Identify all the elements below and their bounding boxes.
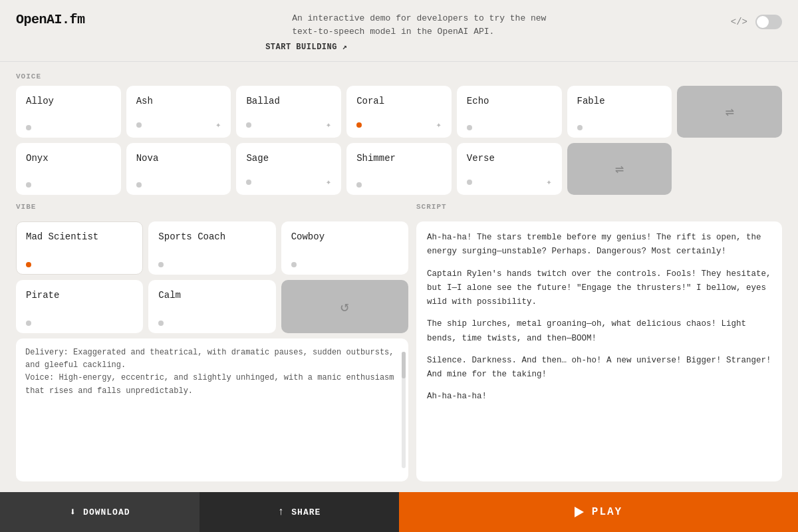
voice-name-onyx: Onyx: [26, 153, 111, 164]
lower-section: VIBE Mad Scientist Sports Coach Cowboy: [16, 203, 782, 481]
vibe-dot-sports: [158, 262, 164, 267]
voice-dot-fable: [577, 125, 583, 130]
vibe-card-bottom-sports: [158, 262, 265, 267]
vibe-dot-calm: [158, 321, 164, 326]
voice-name-nova: Nova: [136, 153, 221, 164]
vibe-card-bottom-calm: [158, 321, 265, 326]
shuffle-icon: ⇌: [726, 103, 734, 121]
voice-name-verse: Verse: [467, 153, 552, 164]
voice-grid: Alloy Ash ✦ Ballad ✦ Coral: [16, 86, 782, 195]
vibe-card-pirate[interactable]: Pirate: [16, 280, 143, 333]
voice-dot-ballad: [246, 122, 251, 128]
voice-dot-onyx: [26, 182, 31, 188]
voice-card-bottom-ash: ✦: [136, 119, 221, 130]
voice-card-bottom-sage: ✦: [246, 176, 331, 188]
download-label: DOWNLOAD: [83, 507, 130, 517]
vibe-name-calm: Calm: [158, 290, 265, 301]
voice-card-bottom-nova: [136, 182, 221, 188]
vibe-name-pirate: Pirate: [26, 290, 133, 301]
script-para-3: The ship lurches, metal groaning—oh, wha…: [427, 317, 771, 346]
vibe-voice: Voice: High-energy, eccentric, and sligh…: [25, 372, 399, 397]
scrollbar-thumb: [402, 352, 406, 378]
vibe-dot-mad: [26, 262, 31, 267]
code-icon[interactable]: </>: [731, 17, 747, 27]
play-button[interactable]: PLAY: [399, 492, 798, 532]
voice-section-label: VOICE: [16, 72, 782, 80]
voice-name-fable: Fable: [577, 96, 662, 106]
vibe-description: Delivery: Exaggerated and theatrical, wi…: [16, 338, 408, 481]
play-label: PLAY: [592, 506, 622, 518]
move-icon-ballad: ✦: [326, 119, 331, 130]
voice-card-bottom-echo: [467, 125, 552, 130]
script-para-5: Ah-ha-ha-ha!: [427, 390, 771, 404]
voice-dot-nova: [136, 182, 142, 188]
voice-card-bottom-shimmer: [356, 182, 442, 188]
vibe-shuffle-card[interactable]: ↺: [281, 280, 408, 333]
voice-name-coral: Coral: [356, 96, 442, 106]
voice-card-bottom-fable: [577, 125, 662, 130]
voice-card-alloy[interactable]: Alloy: [16, 86, 121, 138]
main-content: VOICE Alloy Ash ✦ Ballad ✦: [0, 62, 798, 492]
voice-card-onyx[interactable]: Onyx: [16, 143, 121, 195]
vibe-shuffle-icon: ↺: [340, 298, 349, 316]
vibe-section-label: VIBE: [16, 203, 408, 211]
voice-name-ballad: Ballad: [246, 96, 331, 106]
script-para-4: Silence. Darkness. And then… oh-ho! A ne…: [427, 354, 771, 382]
header-controls: </>: [731, 15, 782, 29]
voice-dot-alloy: [26, 125, 31, 130]
move-icon-coral: ✦: [436, 119, 441, 130]
voice-shuffle-card[interactable]: ⇌: [677, 86, 782, 138]
vibe-card-bottom-mad: [26, 262, 133, 267]
voice-name-ash: Ash: [136, 96, 221, 106]
voice-card-coral[interactable]: Coral ✦: [346, 86, 452, 138]
voice-name-echo: Echo: [467, 96, 552, 106]
voice-dot-coral: [356, 122, 362, 128]
voice-card-ballad[interactable]: Ballad ✦: [236, 86, 341, 138]
voice-card-shimmer[interactable]: Shimmer: [346, 143, 452, 195]
vibe-card-mad-scientist[interactable]: Mad Scientist: [16, 221, 143, 275]
vibe-card-bottom-pirate: [26, 321, 133, 326]
move-icon-ash: ✦: [215, 119, 221, 130]
vibe-dot-cowboy: [291, 262, 297, 267]
voice-card-fable[interactable]: Fable: [567, 86, 672, 138]
header: OpenAI.fm An interactive demo for develo…: [0, 0, 798, 62]
voice-card-nova[interactable]: Nova: [126, 143, 231, 195]
vibe-grid: Mad Scientist Sports Coach Cowboy: [16, 221, 408, 333]
voice-card-echo[interactable]: Echo: [457, 86, 562, 138]
voice-dot-shimmer: [356, 182, 362, 188]
script-section: SCRIPT Ah-ha-ha! The stars tremble befor…: [416, 203, 782, 481]
voice-shuffle-card-2[interactable]: ⇌: [567, 143, 672, 195]
vibe-name-sports-coach: Sports Coach: [158, 231, 265, 242]
voice-card-verse[interactable]: Verse ✦: [457, 143, 562, 195]
vibe-card-sports-coach[interactable]: Sports Coach: [148, 221, 275, 275]
voice-dot-verse: [467, 180, 472, 185]
header-description: An interactive demo for developers to tr…: [292, 12, 571, 38]
toggle-switch[interactable]: [755, 15, 782, 29]
vibe-card-calm[interactable]: Calm: [148, 280, 275, 333]
share-icon: ↑: [278, 506, 285, 518]
bottom-bar: ⬇ DOWNLOAD ↑ SHARE PLAY: [0, 492, 798, 532]
download-icon: ⬇: [69, 505, 76, 519]
vibe-section: VIBE Mad Scientist Sports Coach Cowboy: [16, 203, 408, 481]
voice-card-bottom: [26, 125, 111, 130]
vibe-name-cowboy: Cowboy: [291, 231, 398, 242]
vibe-card-bottom-cowboy: [291, 262, 398, 267]
voice-card-ash[interactable]: Ash ✦: [126, 86, 231, 138]
voice-name-shimmer: Shimmer: [356, 153, 442, 164]
voice-card-bottom-onyx: [26, 182, 111, 188]
voice-card-bottom-coral: ✦: [356, 119, 442, 130]
start-building-link[interactable]: START BUILDING ↗: [265, 42, 571, 52]
voice-card-bottom-ballad: ✦: [246, 119, 331, 130]
scrollbar-track: [402, 352, 406, 468]
vibe-description-text: Delivery: Exaggerated and theatrical, wi…: [25, 346, 399, 398]
share-button[interactable]: ↑ SHARE: [200, 492, 399, 532]
share-label: SHARE: [291, 507, 321, 517]
script-section-label: SCRIPT: [416, 203, 782, 211]
move-icon-sage: ✦: [326, 176, 331, 188]
vibe-delivery: Delivery: Exaggerated and theatrical, wi…: [25, 346, 399, 372]
voice-dot-ash: [136, 122, 142, 128]
download-button[interactable]: ⬇ DOWNLOAD: [0, 492, 200, 532]
vibe-card-cowboy[interactable]: Cowboy: [281, 221, 408, 275]
voice-name-alloy: Alloy: [26, 96, 111, 106]
voice-card-sage[interactable]: Sage ✦: [236, 143, 341, 195]
